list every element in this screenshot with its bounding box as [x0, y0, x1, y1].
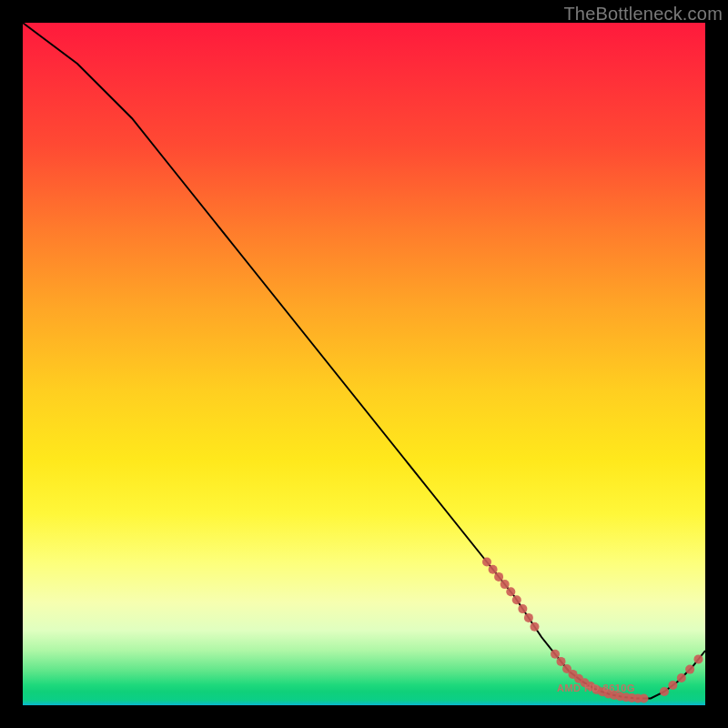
chart-stage: TheBottleneck.com AMD HD 8610G: [0, 0, 728, 728]
data-marker: [512, 595, 521, 604]
data-marker: [506, 587, 515, 596]
data-marker: [489, 565, 498, 574]
data-marker: [640, 694, 649, 703]
series-label: AMD HD 8610G: [557, 682, 635, 693]
data-marker: [494, 572, 503, 581]
data-marker: [500, 580, 510, 589]
curve-markers: [482, 558, 703, 703]
data-marker: [524, 613, 533, 622]
data-marker: [482, 558, 491, 567]
data-marker: [531, 622, 540, 632]
data-marker: [518, 604, 527, 613]
curve-line: [23, 23, 705, 699]
plot-area: AMD HD 8610G: [23, 23, 705, 705]
data-marker: [668, 681, 677, 690]
data-marker: [694, 654, 703, 663]
data-marker: [557, 657, 566, 666]
data-marker: [685, 665, 694, 674]
data-marker: [551, 650, 560, 659]
data-marker: [677, 673, 686, 682]
bottleneck-curve: [23, 23, 705, 705]
watermark-text: TheBottleneck.com: [563, 4, 723, 25]
data-marker: [660, 687, 669, 696]
